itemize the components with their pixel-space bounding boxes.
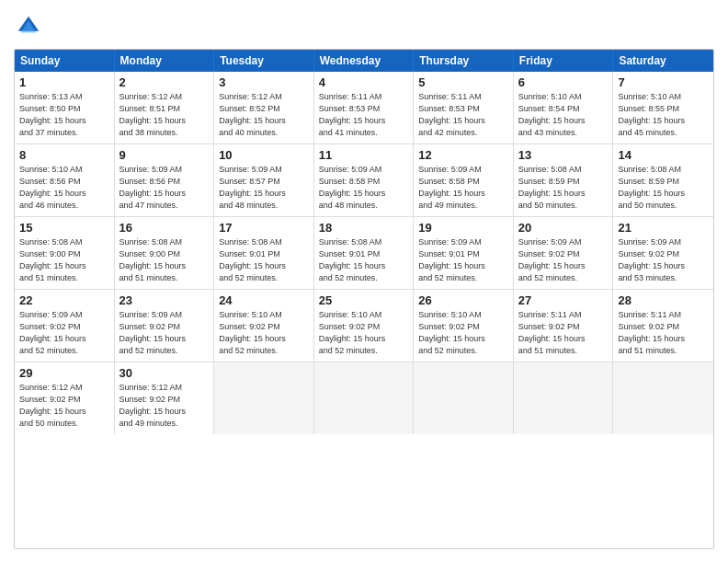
calendar-week-row: 8Sunrise: 5:10 AM Sunset: 8:56 PM Daylig… bbox=[15, 144, 713, 217]
cell-info: Sunrise: 5:13 AM Sunset: 8:50 PM Dayligh… bbox=[19, 91, 109, 139]
cell-info: Sunrise: 5:10 AM Sunset: 8:54 PM Dayligh… bbox=[518, 91, 609, 139]
cell-info: Sunrise: 5:09 AM Sunset: 8:57 PM Dayligh… bbox=[219, 164, 309, 212]
day-number: 8 bbox=[19, 148, 109, 162]
logo bbox=[14, 14, 41, 40]
calendar-cell: 11Sunrise: 5:09 AM Sunset: 8:58 PM Dayli… bbox=[314, 144, 415, 216]
calendar-cell: 16Sunrise: 5:08 AM Sunset: 9:00 PM Dayli… bbox=[115, 217, 215, 289]
header-day: Saturday bbox=[613, 50, 713, 72]
calendar-week-row: 15Sunrise: 5:08 AM Sunset: 9:00 PM Dayli… bbox=[15, 217, 713, 290]
calendar-cell: 30Sunrise: 5:12 AM Sunset: 9:02 PM Dayli… bbox=[115, 362, 215, 434]
day-number: 28 bbox=[618, 293, 709, 307]
header-day: Tuesday bbox=[214, 50, 314, 72]
cell-info: Sunrise: 5:10 AM Sunset: 9:02 PM Dayligh… bbox=[418, 309, 508, 357]
cell-info: Sunrise: 5:09 AM Sunset: 9:02 PM Dayligh… bbox=[618, 236, 709, 284]
calendar-cell: 13Sunrise: 5:08 AM Sunset: 8:59 PM Dayli… bbox=[514, 144, 614, 216]
day-number: 30 bbox=[119, 366, 210, 380]
day-number: 16 bbox=[119, 221, 210, 235]
day-number: 14 bbox=[618, 148, 709, 162]
day-number: 11 bbox=[319, 148, 409, 162]
cell-info: Sunrise: 5:10 AM Sunset: 8:56 PM Dayligh… bbox=[19, 164, 109, 212]
day-number: 13 bbox=[518, 148, 609, 162]
day-number: 29 bbox=[19, 366, 109, 380]
calendar-cell bbox=[613, 362, 713, 434]
day-number: 20 bbox=[518, 221, 609, 235]
calendar-cell: 24Sunrise: 5:10 AM Sunset: 9:02 PM Dayli… bbox=[214, 290, 314, 362]
day-number: 6 bbox=[518, 75, 609, 89]
cell-info: Sunrise: 5:12 AM Sunset: 8:51 PM Dayligh… bbox=[119, 91, 210, 139]
day-number: 5 bbox=[418, 75, 508, 89]
cell-info: Sunrise: 5:11 AM Sunset: 8:53 PM Dayligh… bbox=[319, 91, 409, 139]
calendar-cell bbox=[414, 362, 514, 434]
calendar-week-row: 22Sunrise: 5:09 AM Sunset: 9:02 PM Dayli… bbox=[15, 290, 713, 362]
calendar-cell: 8Sunrise: 5:10 AM Sunset: 8:56 PM Daylig… bbox=[15, 144, 115, 216]
day-number: 18 bbox=[319, 221, 409, 235]
calendar-cell: 2Sunrise: 5:12 AM Sunset: 8:51 PM Daylig… bbox=[115, 72, 215, 144]
cell-info: Sunrise: 5:08 AM Sunset: 9:01 PM Dayligh… bbox=[319, 236, 409, 284]
calendar-cell: 7Sunrise: 5:10 AM Sunset: 8:55 PM Daylig… bbox=[613, 72, 713, 144]
day-number: 1 bbox=[19, 75, 109, 89]
day-number: 26 bbox=[418, 293, 508, 307]
cell-info: Sunrise: 5:08 AM Sunset: 9:01 PM Dayligh… bbox=[219, 236, 309, 284]
header-day: Wednesday bbox=[314, 50, 415, 72]
calendar-cell: 23Sunrise: 5:09 AM Sunset: 9:02 PM Dayli… bbox=[115, 290, 215, 362]
cell-info: Sunrise: 5:12 AM Sunset: 9:02 PM Dayligh… bbox=[19, 382, 109, 430]
calendar-cell: 17Sunrise: 5:08 AM Sunset: 9:01 PM Dayli… bbox=[214, 217, 314, 289]
cell-info: Sunrise: 5:12 AM Sunset: 8:52 PM Dayligh… bbox=[219, 91, 309, 139]
cell-info: Sunrise: 5:11 AM Sunset: 9:02 PM Dayligh… bbox=[618, 309, 709, 357]
calendar-body: 1Sunrise: 5:13 AM Sunset: 8:50 PM Daylig… bbox=[15, 72, 713, 434]
calendar-week-row: 1Sunrise: 5:13 AM Sunset: 8:50 PM Daylig… bbox=[15, 72, 713, 144]
day-number: 17 bbox=[219, 221, 309, 235]
day-number: 22 bbox=[19, 293, 109, 307]
cell-info: Sunrise: 5:08 AM Sunset: 8:59 PM Dayligh… bbox=[618, 164, 709, 212]
calendar-cell: 4Sunrise: 5:11 AM Sunset: 8:53 PM Daylig… bbox=[314, 72, 415, 144]
cell-info: Sunrise: 5:09 AM Sunset: 9:02 PM Dayligh… bbox=[19, 309, 109, 357]
cell-info: Sunrise: 5:09 AM Sunset: 8:58 PM Dayligh… bbox=[418, 164, 508, 212]
day-number: 9 bbox=[119, 148, 210, 162]
cell-info: Sunrise: 5:11 AM Sunset: 8:53 PM Dayligh… bbox=[418, 91, 508, 139]
cell-info: Sunrise: 5:12 AM Sunset: 9:02 PM Dayligh… bbox=[119, 382, 210, 430]
calendar-cell: 1Sunrise: 5:13 AM Sunset: 8:50 PM Daylig… bbox=[15, 72, 115, 144]
header-day: Friday bbox=[514, 50, 614, 72]
day-number: 12 bbox=[418, 148, 508, 162]
calendar-cell: 12Sunrise: 5:09 AM Sunset: 8:58 PM Dayli… bbox=[414, 144, 514, 216]
cell-info: Sunrise: 5:11 AM Sunset: 9:02 PM Dayligh… bbox=[518, 309, 609, 357]
day-number: 4 bbox=[319, 75, 409, 89]
calendar-cell: 28Sunrise: 5:11 AM Sunset: 9:02 PM Dayli… bbox=[613, 290, 713, 362]
cell-info: Sunrise: 5:08 AM Sunset: 9:00 PM Dayligh… bbox=[19, 236, 109, 284]
header-day: Sunday bbox=[15, 50, 115, 72]
cell-info: Sunrise: 5:10 AM Sunset: 9:02 PM Dayligh… bbox=[219, 309, 309, 357]
calendar-cell: 27Sunrise: 5:11 AM Sunset: 9:02 PM Dayli… bbox=[514, 290, 614, 362]
calendar-cell: 26Sunrise: 5:10 AM Sunset: 9:02 PM Dayli… bbox=[414, 290, 514, 362]
day-number: 10 bbox=[219, 148, 309, 162]
cell-info: Sunrise: 5:08 AM Sunset: 9:00 PM Dayligh… bbox=[119, 236, 210, 284]
calendar-header: SundayMondayTuesdayWednesdayThursdayFrid… bbox=[15, 50, 713, 72]
logo-icon bbox=[16, 14, 41, 40]
calendar-cell: 9Sunrise: 5:09 AM Sunset: 8:56 PM Daylig… bbox=[115, 144, 215, 216]
calendar-cell: 21Sunrise: 5:09 AM Sunset: 9:02 PM Dayli… bbox=[613, 217, 713, 289]
day-number: 2 bbox=[119, 75, 210, 89]
calendar-cell: 10Sunrise: 5:09 AM Sunset: 8:57 PM Dayli… bbox=[214, 144, 314, 216]
calendar-cell bbox=[314, 362, 415, 434]
page: SundayMondayTuesdayWednesdayThursdayFrid… bbox=[0, 0, 728, 563]
day-number: 3 bbox=[219, 75, 309, 89]
calendar: SundayMondayTuesdayWednesdayThursdayFrid… bbox=[14, 49, 714, 549]
day-number: 21 bbox=[618, 221, 709, 235]
cell-info: Sunrise: 5:09 AM Sunset: 9:01 PM Dayligh… bbox=[418, 236, 508, 284]
day-number: 19 bbox=[418, 221, 508, 235]
calendar-cell: 25Sunrise: 5:10 AM Sunset: 9:02 PM Dayli… bbox=[314, 290, 415, 362]
calendar-cell bbox=[514, 362, 614, 434]
day-number: 15 bbox=[19, 221, 109, 235]
calendar-cell: 20Sunrise: 5:09 AM Sunset: 9:02 PM Dayli… bbox=[514, 217, 614, 289]
header bbox=[14, 14, 714, 40]
calendar-cell: 3Sunrise: 5:12 AM Sunset: 8:52 PM Daylig… bbox=[214, 72, 314, 144]
header-day: Thursday bbox=[414, 50, 514, 72]
day-number: 27 bbox=[518, 293, 609, 307]
calendar-cell: 6Sunrise: 5:10 AM Sunset: 8:54 PM Daylig… bbox=[514, 72, 614, 144]
calendar-cell bbox=[214, 362, 314, 434]
header-day: Monday bbox=[115, 50, 215, 72]
day-number: 24 bbox=[219, 293, 309, 307]
cell-info: Sunrise: 5:10 AM Sunset: 8:55 PM Dayligh… bbox=[618, 91, 709, 139]
day-number: 23 bbox=[119, 293, 210, 307]
cell-info: Sunrise: 5:09 AM Sunset: 9:02 PM Dayligh… bbox=[518, 236, 609, 284]
calendar-cell: 18Sunrise: 5:08 AM Sunset: 9:01 PM Dayli… bbox=[314, 217, 415, 289]
